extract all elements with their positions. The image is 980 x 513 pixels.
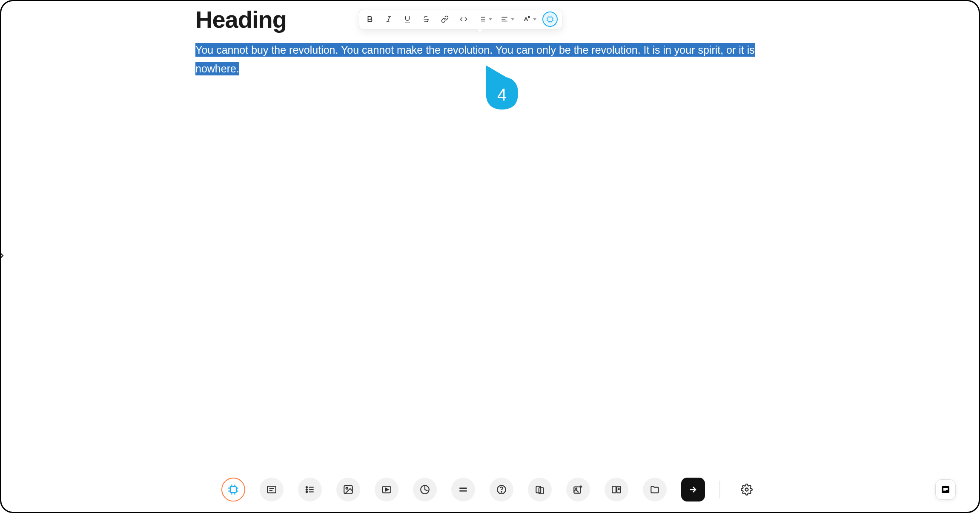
- svg-line-2: [388, 17, 390, 22]
- align-icon: [498, 13, 511, 26]
- selected-paragraph[interactable]: You cannot buy the revolution. You canno…: [195, 43, 755, 75]
- svg-point-54: [576, 488, 577, 489]
- formatting-toolbar: 2: [359, 9, 562, 29]
- divider-icon[interactable]: [451, 478, 475, 501]
- svg-rect-33: [267, 486, 276, 493]
- chevron-down-icon: [511, 18, 514, 20]
- submit-icon[interactable]: [681, 478, 705, 501]
- gear-icon[interactable]: [735, 478, 759, 501]
- underline-icon[interactable]: [401, 13, 414, 26]
- align-dropdown[interactable]: [498, 13, 514, 26]
- italic-icon[interactable]: [382, 13, 395, 26]
- svg-point-40: [306, 491, 307, 493]
- svg-point-62: [745, 488, 748, 491]
- link-icon[interactable]: [438, 13, 451, 26]
- svg-point-36: [306, 487, 307, 488]
- superscript-dropdown[interactable]: 2: [520, 13, 536, 26]
- chevron-down-icon: [489, 18, 492, 20]
- outline-toggle-button[interactable]: [935, 479, 956, 500]
- card-flip-icon[interactable]: [528, 478, 552, 501]
- bold-icon[interactable]: [364, 13, 376, 26]
- svg-point-38: [306, 489, 307, 490]
- svg-text:2: 2: [528, 16, 530, 18]
- list-block-icon[interactable]: [298, 478, 322, 501]
- step-cursor-marker: 4: [485, 64, 519, 111]
- svg-marker-45: [386, 488, 389, 491]
- svg-rect-57: [612, 486, 616, 493]
- svg-point-43: [346, 487, 348, 489]
- superscript-icon: 2: [520, 13, 533, 26]
- bottom-insert-bar: [1, 478, 979, 501]
- code-icon[interactable]: [457, 13, 470, 26]
- question-icon[interactable]: [490, 478, 513, 501]
- svg-rect-15: [548, 17, 552, 21]
- folder-icon[interactable]: [643, 478, 667, 501]
- cursor-step-number: 4: [497, 85, 507, 104]
- toolbar-pointer: [476, 29, 483, 33]
- image-icon[interactable]: [336, 478, 360, 501]
- page-title[interactable]: Heading: [195, 6, 979, 33]
- chevron-down-icon: [533, 18, 536, 20]
- strikethrough-icon[interactable]: [420, 13, 433, 26]
- svg-point-50: [501, 492, 502, 493]
- list-icon: [476, 13, 489, 26]
- image-plus-icon[interactable]: [566, 478, 590, 501]
- toolbar-divider: [719, 481, 720, 499]
- svg-rect-24: [230, 487, 236, 493]
- ai-chip-icon[interactable]: [221, 478, 245, 501]
- columns-icon[interactable]: [605, 478, 628, 501]
- video-icon[interactable]: [375, 478, 398, 501]
- text-block-icon[interactable]: [260, 478, 284, 501]
- ai-assist-button[interactable]: [542, 12, 558, 27]
- chart-icon[interactable]: [413, 478, 437, 501]
- list-dropdown[interactable]: [476, 13, 492, 26]
- expand-sidebar-button[interactable]: [0, 251, 6, 262]
